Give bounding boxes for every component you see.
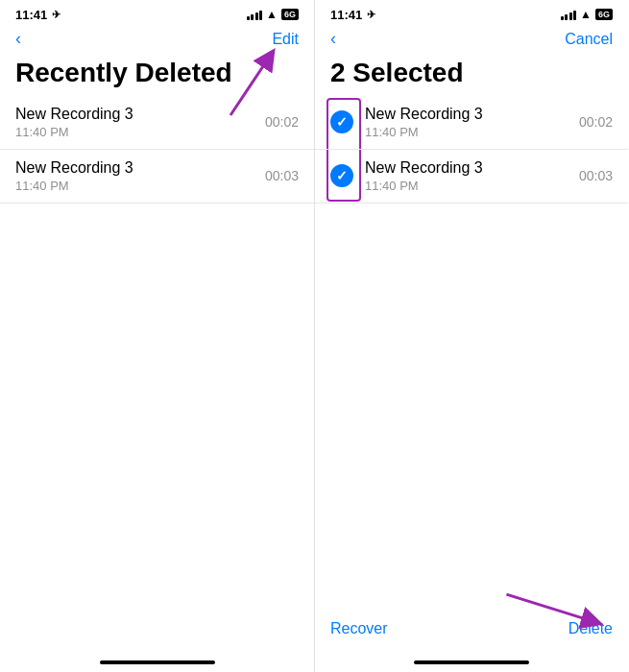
- left-time: 11:41 ✈: [15, 8, 60, 22]
- left-recording-info-1: New Recording 3 11:40 PM: [15, 106, 257, 139]
- left-nav-bar: ‹ Edit: [0, 27, 314, 57]
- right-recording-time-1: 11:40 PM: [365, 125, 571, 139]
- left-recording-time-1: 11:40 PM: [15, 125, 257, 139]
- right-recover-button[interactable]: Recover: [330, 620, 388, 637]
- right-recording-duration-1: 00:02: [579, 114, 613, 130]
- right-checkbox-1[interactable]: ✓: [330, 110, 353, 133]
- left-recording-duration-2: 00:03: [265, 168, 299, 183]
- right-recording-duration-2: 00:03: [579, 168, 613, 183]
- left-recording-time-2: 11:40 PM: [15, 179, 257, 193]
- right-back-button[interactable]: ‹: [330, 29, 336, 49]
- right-plane-icon: ✈: [367, 9, 375, 21]
- left-recording-item-2[interactable]: New Recording 3 11:40 PM 00:03: [0, 150, 314, 204]
- left-back-button[interactable]: ‹: [15, 29, 21, 49]
- right-nav-bar: ‹ Cancel: [315, 27, 628, 57]
- right-battery-badge: 6G: [595, 9, 613, 20]
- left-recording-item-1[interactable]: New Recording 3 11:40 PM 00:02: [0, 96, 314, 150]
- right-recording-name-2: New Recording 3: [365, 159, 571, 177]
- right-home-indicator: [414, 660, 529, 664]
- right-recording-item-1[interactable]: ✓ New Recording 3 11:40 PM 00:02: [315, 96, 628, 150]
- checkmark-2: ✓: [336, 169, 348, 182]
- right-recording-name-1: New Recording 3: [365, 106, 571, 123]
- right-delete-button[interactable]: Delete: [569, 620, 613, 637]
- right-checkbox-2[interactable]: ✓: [330, 164, 353, 187]
- right-recording-info-1: New Recording 3 11:40 PM: [365, 106, 571, 139]
- left-status-bar: 11:41 ✈ ▲ 6G: [0, 0, 314, 27]
- left-signal-icon: [247, 9, 263, 20]
- right-status-icons: ▲ 6G: [561, 8, 613, 21]
- left-wifi-icon: ▲: [266, 8, 278, 21]
- left-page-title: Recently Deleted: [0, 57, 314, 96]
- left-battery-badge: 6G: [281, 9, 299, 20]
- left-recording-duration-1: 00:02: [265, 114, 299, 130]
- right-recording-time-2: 11:40 PM: [365, 179, 571, 193]
- left-edit-button[interactable]: Edit: [272, 31, 299, 48]
- right-page-title: 2 Selected: [315, 57, 628, 96]
- right-phone-screen: 11:41 ✈ ▲ 6G ‹ Cancel 2 Selected ✓: [314, 0, 628, 672]
- right-bottom-bar: Recover Delete: [315, 609, 628, 657]
- right-cancel-button[interactable]: Cancel: [565, 31, 613, 48]
- left-phone-screen: 11:41 ✈ ▲ 6G ‹ Edit Recently Deleted New…: [0, 0, 314, 672]
- right-signal-icon: [561, 9, 577, 20]
- left-time-text: 11:41: [15, 8, 47, 22]
- left-recording-name-1: New Recording 3: [15, 106, 257, 123]
- left-recording-info-2: New Recording 3 11:40 PM: [15, 159, 257, 193]
- right-wifi-icon: ▲: [580, 8, 592, 21]
- right-recording-list: ✓ New Recording 3 11:40 PM 00:02 ✓ New R…: [315, 96, 628, 609]
- right-recording-item-2[interactable]: ✓ New Recording 3 11:40 PM 00:03: [315, 150, 628, 204]
- left-recording-list: New Recording 3 11:40 PM 00:02 New Recor…: [0, 96, 314, 657]
- right-recording-info-2: New Recording 3 11:40 PM: [365, 159, 571, 193]
- left-plane-icon: ✈: [52, 9, 60, 21]
- right-time-text: 11:41: [330, 8, 362, 22]
- right-time: 11:41 ✈: [330, 8, 375, 22]
- right-status-bar: 11:41 ✈ ▲ 6G: [315, 0, 628, 27]
- checkmark-1: ✓: [336, 115, 348, 129]
- left-status-icons: ▲ 6G: [247, 8, 299, 21]
- left-recording-name-2: New Recording 3: [15, 159, 257, 177]
- left-home-indicator: [100, 660, 215, 664]
